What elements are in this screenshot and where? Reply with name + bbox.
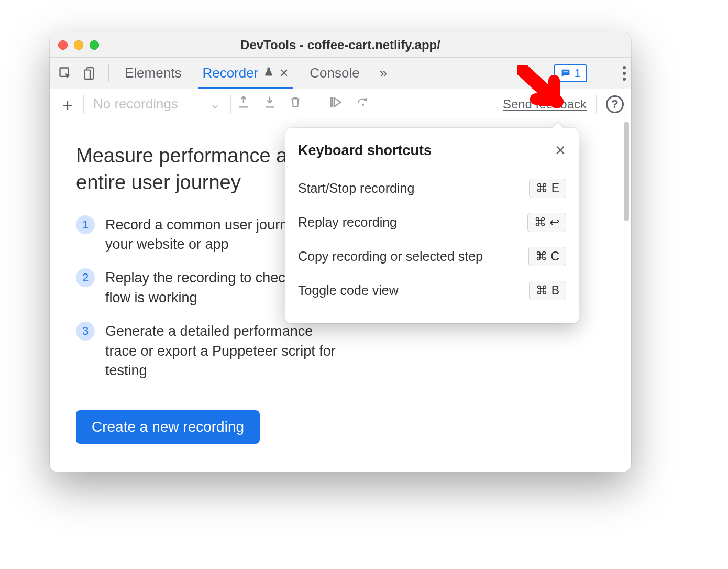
- step-icon[interactable]: [355, 96, 371, 112]
- delete-icon[interactable]: [289, 95, 302, 113]
- tab-console-label: Console: [310, 65, 359, 81]
- step-text: Generate a detailed performance trace or…: [105, 322, 336, 381]
- recordings-select[interactable]: No recordings ⌄: [89, 94, 225, 114]
- tab-elements[interactable]: Elements: [120, 58, 185, 89]
- shortcut-row: Replay recording ⌘ ↩: [298, 205, 566, 239]
- tab-console[interactable]: Console: [305, 58, 363, 89]
- window-title: DevTools - coffee-cart.netlify.app/: [50, 38, 631, 52]
- recordings-select-label: No recordings: [93, 96, 178, 112]
- add-recording-button[interactable]: ＋: [57, 94, 78, 115]
- tab-recorder[interactable]: Recorder ✕: [198, 58, 293, 89]
- scrollbar-thumb[interactable]: [624, 122, 629, 221]
- device-toolbar-icon[interactable]: [80, 63, 101, 84]
- inspect-element-icon[interactable]: [55, 63, 76, 84]
- issues-count: 1: [575, 67, 581, 80]
- help-button[interactable]: ?: [606, 95, 624, 113]
- shortcut-row: Toggle code view ⌘ B: [298, 273, 566, 308]
- shortcut-label: Replay recording: [298, 215, 397, 230]
- kebab-menu-icon[interactable]: [623, 66, 626, 81]
- import-icon[interactable]: [262, 95, 277, 113]
- divider: [315, 95, 315, 114]
- shortcuts-popover: Keyboard shortcuts ✕ Start/Stop recordin…: [285, 128, 579, 323]
- tab-recorder-label: Recorder: [202, 65, 258, 81]
- step-item: 3 Generate a detailed performance trace …: [76, 322, 605, 381]
- shortcut-keys: ⌘ ↩: [527, 213, 566, 232]
- titlebar: DevTools - coffee-cart.netlify.app/: [50, 32, 631, 58]
- divider: [596, 95, 597, 114]
- shortcut-label: Start/Stop recording: [298, 181, 414, 196]
- shortcut-keys: ⌘ B: [529, 281, 566, 300]
- svg-rect-5: [331, 98, 333, 106]
- chevron-down-icon: ⌄: [209, 96, 221, 112]
- shortcut-keys: ⌘ E: [529, 179, 566, 198]
- toolbar-actions: [236, 95, 371, 114]
- export-icon[interactable]: [236, 95, 251, 113]
- close-tab-icon[interactable]: ✕: [279, 67, 289, 80]
- shortcut-row: Copy recording or selected step ⌘ C: [298, 239, 566, 273]
- svg-rect-2: [84, 70, 90, 79]
- step-number: 3: [76, 322, 95, 341]
- shortcut-label: Copy recording or selected step: [298, 249, 483, 264]
- popover-title: Keyboard shortcuts: [298, 143, 432, 159]
- shortcut-label: Toggle code view: [298, 283, 399, 298]
- step-number: 2: [76, 268, 95, 287]
- close-popover-button[interactable]: ✕: [555, 143, 566, 159]
- shortcut-row: Start/Stop recording ⌘ E: [298, 171, 566, 205]
- shortcut-keys: ⌘ C: [528, 247, 566, 266]
- divider: [230, 95, 231, 114]
- divider: [108, 64, 109, 82]
- tab-elements-label: Elements: [125, 65, 181, 81]
- divider: [83, 95, 84, 114]
- play-icon[interactable]: [328, 95, 344, 113]
- create-recording-button[interactable]: Create a new recording: [76, 410, 260, 444]
- annotation-arrow-icon: [517, 65, 565, 112]
- step-number: 1: [76, 215, 95, 234]
- tab-strip: Elements Recorder ✕ Console »: [120, 58, 387, 89]
- more-tabs-icon[interactable]: »: [380, 65, 387, 81]
- flask-icon: [263, 65, 274, 81]
- recorder-content: Measure performance across an entire use…: [50, 119, 631, 472]
- svg-point-6: [362, 104, 364, 106]
